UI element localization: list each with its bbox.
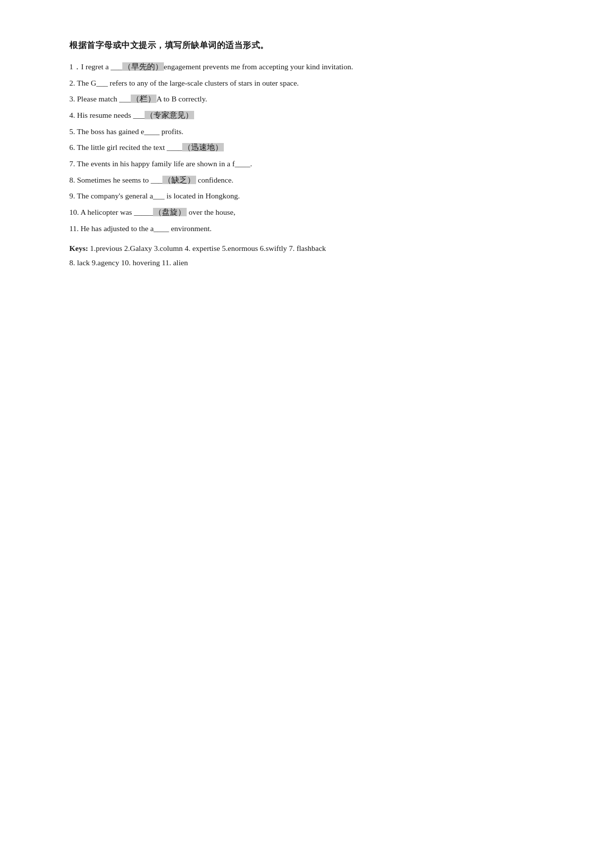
question-8: 8. Sometimes he seems to ___（缺乏） confide… (69, 173, 545, 188)
q10-text-before: 10. A helicopter was _____ (69, 208, 153, 216)
q3-text-before: 3. Please match ___ (69, 95, 131, 103)
q6-highlight: （迅速地） (182, 143, 224, 151)
q9-text-before: 9. The company's general a___ is located… (69, 192, 240, 200)
q7-text-before: 7. The events in his happy family life a… (69, 159, 252, 168)
q11-text-before: 11. He has adjusted to the a____ environ… (69, 224, 211, 233)
question-4: 4. His resume needs ___（专家意见） (69, 108, 545, 123)
question-3: 3. Please match ___（栏）A to B correctly. (69, 92, 545, 106)
page-content: 根据首字母或中文提示，填写所缺单词的适当形式。 1．I regret a ___… (69, 40, 545, 270)
question-1: 1．I regret a ___（早先的）engagement prevents… (69, 60, 545, 74)
q5-text-before: 5. The boss has gained e____ profits. (69, 127, 183, 136)
keys-section: Keys: 1.previous 2.Galaxy 3.column 4. ex… (69, 241, 545, 270)
q4-text-before: 4. His resume needs ___ (69, 111, 145, 119)
question-2: 2. The G___ refers to any of the large-s… (69, 76, 545, 91)
question-9: 9. The company's general a___ is located… (69, 189, 545, 203)
q6-text-before: 6. The little girl recited the text ____ (69, 143, 182, 151)
keys-line2: 8. lack 9.agency 10. hovering 11. alien (69, 256, 545, 270)
q2-text-before: 2. The G___ refers to any of the large-s… (69, 79, 299, 87)
q10-text-after: over the house, (187, 208, 235, 216)
question-list: 1．I regret a ___（早先的）engagement prevents… (69, 60, 545, 236)
q10-highlight: （盘旋） (153, 208, 187, 216)
question-5: 5. The boss has gained e____ profits. (69, 125, 545, 139)
q1-text-before: 1．I regret a ___ (69, 62, 122, 71)
q8-text-after: confidence. (196, 176, 234, 184)
question-6: 6. The little girl recited the text ____… (69, 141, 545, 155)
q4-highlight: （专家意见） (145, 111, 194, 119)
q8-text-before: 8. Sometimes he seems to ___ (69, 176, 162, 184)
q1-highlight: （早先的） (122, 62, 164, 71)
q8-highlight: （缺乏） (162, 176, 196, 184)
q3-text-after: A to B correctly. (156, 95, 207, 103)
section-title: 根据首字母或中文提示，填写所缺单词的适当形式。 (69, 40, 545, 51)
keys-answers-line1: 1.previous 2.Galaxy 3.column 4. expertis… (90, 244, 326, 252)
q3-highlight: （栏） (131, 95, 156, 103)
q1-text-after: engagement prevents me from accepting yo… (164, 62, 353, 71)
question-10: 10. A helicopter was _____（盘旋） over the … (69, 205, 545, 220)
question-7: 7. The events in his happy family life a… (69, 157, 545, 171)
question-11: 11. He has adjusted to the a____ environ… (69, 222, 545, 236)
keys-line1: Keys: 1.previous 2.Galaxy 3.column 4. ex… (69, 241, 545, 256)
keys-label: Keys: (69, 244, 88, 252)
